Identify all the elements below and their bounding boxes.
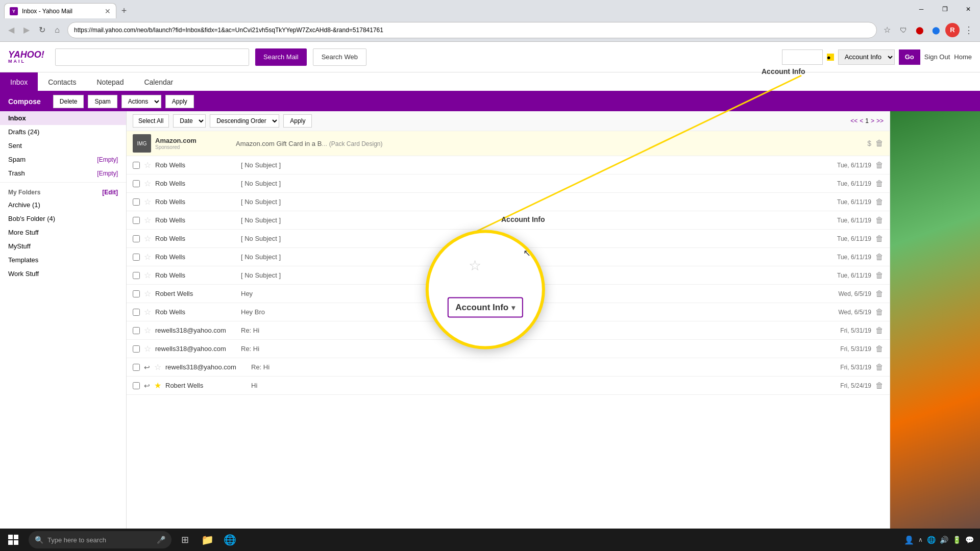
taskbar-network-icon[interactable]: 🌐: [927, 536, 936, 544]
email-checkbox[interactable]: [133, 162, 140, 169]
email-checkbox[interactable]: [133, 272, 140, 279]
delete-icon[interactable]: 🗑: [875, 161, 884, 170]
star-icon[interactable]: ☆: [144, 215, 151, 225]
sidebar-item-mystuff[interactable]: MyStuff: [0, 239, 126, 253]
tab-contacts[interactable]: Contacts: [38, 72, 86, 92]
select-all-button[interactable]: Select All: [133, 114, 169, 128]
extension-icon-2[interactable]: ⬤: [913, 23, 927, 37]
email-checkbox[interactable]: [133, 290, 140, 297]
email-row[interactable]: ↩ ★ Robert Wells Hi Fri, 5/24/19 🗑: [127, 377, 890, 395]
extension-icon-1[interactable]: 🛡: [896, 23, 911, 37]
star-icon[interactable]: ☆: [144, 160, 151, 170]
star-icon[interactable]: ☆: [144, 270, 151, 280]
sidebar-item-bobs-folder[interactable]: Bob's Folder (4): [0, 212, 126, 226]
star-icon[interactable]: ☆: [144, 252, 151, 262]
email-checkbox[interactable]: [133, 180, 140, 187]
next-page-button[interactable]: >: [871, 117, 874, 124]
email-row[interactable]: ☆ Rob Wells [ No Subject ] Tue, 6/11/19 …: [127, 174, 890, 193]
search-input[interactable]: [55, 48, 249, 66]
my-folders-edit-link[interactable]: [Edit]: [102, 189, 118, 196]
email-row[interactable]: ☆ Rob Wells [ No Subject ] Tue, 6/11/19 …: [127, 156, 890, 174]
sidebar-item-archive[interactable]: Archive (1): [0, 198, 126, 212]
star-icon[interactable]: ☆: [144, 307, 151, 317]
email-checkbox[interactable]: [133, 217, 140, 224]
taskbar-people-icon[interactable]: 👤: [904, 535, 914, 545]
tab-close-icon[interactable]: ✕: [105, 7, 111, 15]
sidebar-item-inbox[interactable]: Inbox: [0, 111, 126, 125]
go-button-header[interactable]: Go: [899, 49, 920, 65]
browser-tab[interactable]: Y Inbox - Yahoo Mail ✕: [4, 3, 116, 18]
forward-button[interactable]: ▶: [19, 23, 34, 37]
address-bar[interactable]: [67, 22, 877, 38]
star-icon[interactable]: ☆: [144, 344, 151, 354]
tab-notepad[interactable]: Notepad: [87, 72, 134, 92]
email-checkbox[interactable]: [133, 345, 140, 353]
spam-empty-link[interactable]: [Empty]: [97, 156, 118, 163]
email-row[interactable]: ☆ Rob Wells [ No Subject ] Tue, 6/11/19 …: [127, 211, 890, 230]
compose-button[interactable]: Compose: [8, 97, 41, 106]
yahoo-home-button[interactable]: Home: [954, 53, 972, 61]
email-row[interactable]: ☆ Rob Wells [ No Subject ] Tue, 6/11/19 …: [127, 193, 890, 211]
email-checkbox[interactable]: [133, 382, 140, 389]
sidebar-item-work-stuff[interactable]: Work Stuff: [0, 267, 126, 281]
delete-icon[interactable]: 🗑: [875, 253, 884, 262]
email-checkbox[interactable]: [133, 364, 140, 371]
taskbar-file-explorer[interactable]: 📁: [196, 529, 218, 551]
delete-icon[interactable]: 🗑: [875, 308, 884, 317]
user-icon[interactable]: R: [945, 23, 960, 37]
sidebar-item-trash[interactable]: Trash [Empty]: [0, 166, 126, 180]
delete-icon[interactable]: 🗑: [875, 363, 884, 372]
sign-out-button[interactable]: Sign Out: [924, 53, 950, 61]
list-apply-button[interactable]: Apply: [283, 114, 312, 128]
search-web-button[interactable]: Search Web: [313, 48, 366, 66]
delete-button[interactable]: Delete: [53, 95, 84, 108]
taskbar-volume-icon[interactable]: 🔊: [940, 536, 948, 544]
url-input[interactable]: [74, 27, 870, 34]
prev-page-button[interactable]: <: [860, 117, 863, 124]
taskbar-chevron-icon[interactable]: ∧: [918, 536, 923, 543]
star-icon[interactable]: ☆: [144, 289, 151, 298]
account-info-dropdown-header[interactable]: Account Info: [838, 49, 895, 65]
sidebar-item-more-stuff[interactable]: More Stuff: [0, 226, 126, 239]
actions-dropdown[interactable]: Actions: [121, 95, 161, 108]
email-checkbox[interactable]: [133, 235, 140, 242]
star-icon[interactable]: ★: [154, 381, 161, 390]
email-row-sponsored[interactable]: IMG Amazon.com Sponsored Amazon.com Gift…: [127, 131, 890, 156]
delete-icon[interactable]: 🗑: [875, 289, 884, 298]
toolbar-apply-button[interactable]: Apply: [165, 95, 194, 108]
taskbar-chrome[interactable]: 🌐: [218, 529, 241, 551]
delete-icon-sponsored[interactable]: 🗑: [875, 139, 884, 148]
sidebar-item-drafts[interactable]: Drafts (24): [0, 125, 126, 139]
order-dropdown[interactable]: Descending Order: [210, 114, 279, 128]
delete-icon[interactable]: 🗑: [875, 344, 884, 354]
taskbar-notification-icon[interactable]: 💬: [965, 536, 974, 544]
search-mail-button[interactable]: Search Mail: [255, 48, 307, 66]
first-page-button[interactable]: <<: [850, 117, 857, 124]
account-info-magnified[interactable]: Account Info ▾: [447, 297, 523, 317]
email-checkbox[interactable]: [133, 327, 140, 334]
email-row[interactable]: ↩ ☆ rewells318@yahoo.com Re: Hi Fri, 5/3…: [127, 358, 890, 377]
sort-dropdown[interactable]: Date: [173, 114, 206, 128]
home-button[interactable]: ⌂: [50, 23, 64, 37]
tab-inbox[interactable]: Inbox: [0, 72, 38, 92]
delete-icon[interactable]: 🗑: [875, 271, 884, 280]
star-icon[interactable]: ☆: [144, 179, 151, 188]
star-icon[interactable]: ☆: [144, 197, 151, 207]
last-page-button[interactable]: >>: [876, 117, 884, 124]
star-icon[interactable]: ☆: [144, 325, 151, 335]
star-icon[interactable]: ☆: [154, 362, 161, 372]
star-icon[interactable]: ☆: [144, 234, 151, 243]
delete-icon[interactable]: 🗑: [875, 381, 884, 390]
taskbar-task-view[interactable]: ⊞: [174, 529, 196, 551]
refresh-button[interactable]: ↻: [35, 23, 49, 37]
email-checkbox[interactable]: [133, 309, 140, 316]
back-button[interactable]: ◀: [4, 23, 18, 37]
trash-empty-link[interactable]: [Empty]: [97, 170, 118, 177]
menu-icon[interactable]: ⋮: [962, 23, 976, 37]
bookmark-icon[interactable]: ☆: [880, 23, 894, 37]
minimize-button[interactable]: ─: [910, 0, 933, 18]
extension-icon-3[interactable]: ⬤: [929, 23, 943, 37]
email-checkbox[interactable]: [133, 254, 140, 261]
delete-icon[interactable]: 🗑: [875, 197, 884, 207]
start-button[interactable]: [0, 529, 27, 551]
